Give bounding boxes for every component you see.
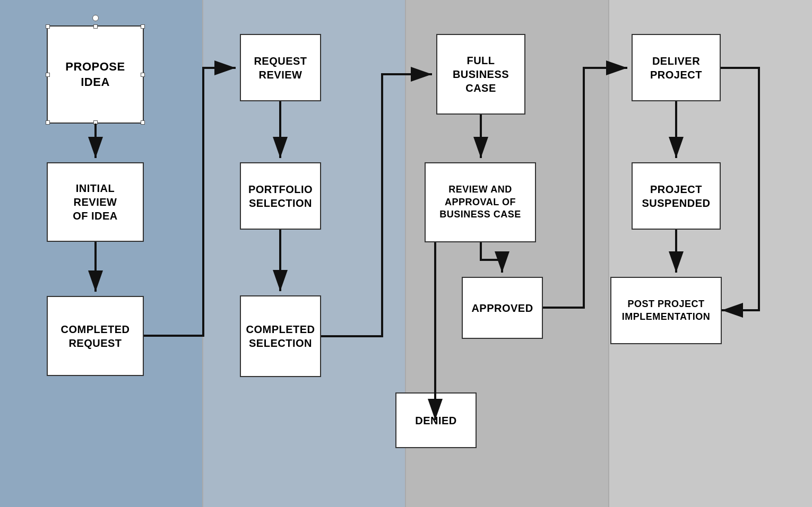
column-3 <box>406 0 609 507</box>
flow-diagram <box>0 0 812 507</box>
column-1 <box>0 0 203 507</box>
column-4 <box>609 0 813 507</box>
column-2 <box>203 0 407 507</box>
